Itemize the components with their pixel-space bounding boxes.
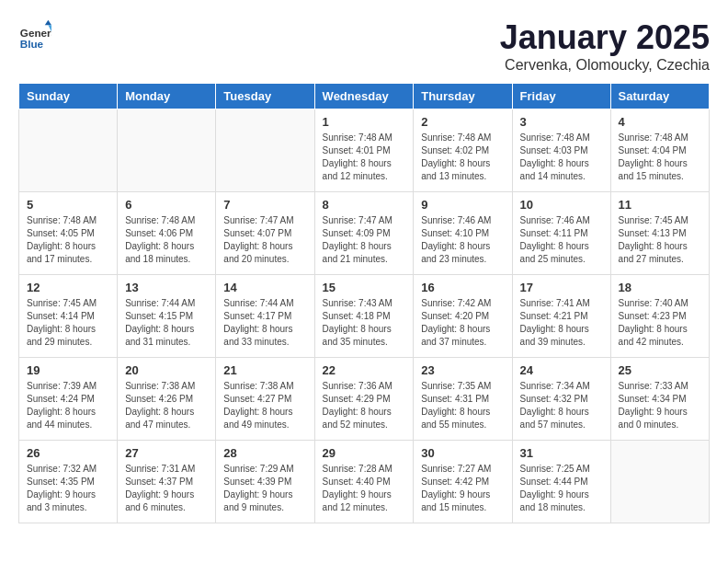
day-info: Sunrise: 7:46 AM Sunset: 4:11 PM Dayligh… (520, 214, 603, 266)
table-row: 11Sunrise: 7:45 AM Sunset: 4:13 PM Dayli… (610, 192, 709, 275)
calendar-week-row: 19Sunrise: 7:39 AM Sunset: 4:24 PM Dayli… (19, 358, 710, 441)
month-title: January 2025 (500, 18, 710, 57)
day-number: 21 (223, 363, 306, 377)
day-number: 1 (323, 115, 406, 129)
col-friday: Friday (512, 84, 610, 109)
day-number: 2 (421, 115, 504, 129)
table-row: 31Sunrise: 7:25 AM Sunset: 4:44 PM Dayli… (512, 441, 610, 523)
table-row: 15Sunrise: 7:43 AM Sunset: 4:18 PM Dayli… (314, 275, 414, 358)
day-info: Sunrise: 7:38 AM Sunset: 4:27 PM Dayligh… (223, 380, 306, 431)
day-number: 18 (619, 281, 701, 294)
day-number: 26 (27, 446, 109, 460)
day-number: 3 (520, 115, 603, 129)
day-number: 23 (421, 363, 504, 377)
day-info: Sunrise: 7:29 AM Sunset: 4:39 PM Dayligh… (223, 463, 306, 514)
day-info: Sunrise: 7:40 AM Sunset: 4:23 PM Dayligh… (619, 297, 701, 349)
day-number: 30 (421, 446, 504, 460)
day-number: 14 (223, 281, 306, 294)
table-row (610, 441, 709, 523)
table-row: 21Sunrise: 7:38 AM Sunset: 4:27 PM Dayli… (216, 358, 314, 441)
svg-text:General: General (20, 27, 51, 39)
table-row: 2Sunrise: 7:48 AM Sunset: 4:02 PM Daylig… (414, 109, 512, 192)
page-header: General Blue January 2025 Cervenka, Olom… (18, 18, 710, 74)
location-subtitle: Cervenka, Olomoucky, Czechia (500, 57, 710, 74)
table-row: 26Sunrise: 7:32 AM Sunset: 4:35 PM Dayli… (19, 441, 118, 523)
table-row (216, 109, 314, 192)
day-info: Sunrise: 7:41 AM Sunset: 4:21 PM Dayligh… (520, 297, 603, 349)
day-number: 9 (421, 198, 504, 212)
col-sunday: Sunday (19, 84, 118, 109)
table-row: 13Sunrise: 7:44 AM Sunset: 4:15 PM Dayli… (118, 275, 216, 358)
day-info: Sunrise: 7:39 AM Sunset: 4:24 PM Dayligh… (27, 380, 109, 431)
title-area: January 2025 Cervenka, Olomoucky, Czechi… (500, 18, 710, 74)
day-info: Sunrise: 7:32 AM Sunset: 4:35 PM Dayligh… (27, 463, 109, 514)
day-number: 16 (421, 281, 504, 294)
day-info: Sunrise: 7:27 AM Sunset: 4:42 PM Dayligh… (421, 463, 504, 514)
day-info: Sunrise: 7:43 AM Sunset: 4:18 PM Dayligh… (323, 297, 406, 349)
day-number: 6 (125, 198, 208, 212)
table-row: 27Sunrise: 7:31 AM Sunset: 4:37 PM Dayli… (118, 441, 216, 523)
day-number: 31 (520, 446, 603, 460)
day-info: Sunrise: 7:31 AM Sunset: 4:37 PM Dayligh… (125, 463, 208, 514)
day-number: 15 (323, 281, 406, 294)
table-row: 29Sunrise: 7:28 AM Sunset: 4:40 PM Dayli… (314, 441, 414, 523)
day-number: 22 (323, 363, 406, 377)
table-row: 22Sunrise: 7:36 AM Sunset: 4:29 PM Dayli… (314, 358, 414, 441)
day-info: Sunrise: 7:48 AM Sunset: 4:01 PM Dayligh… (323, 132, 406, 183)
table-row (118, 109, 216, 192)
table-row (19, 109, 118, 192)
day-info: Sunrise: 7:44 AM Sunset: 4:17 PM Dayligh… (223, 297, 306, 349)
col-saturday: Saturday (610, 84, 709, 109)
calendar-week-row: 1Sunrise: 7:48 AM Sunset: 4:01 PM Daylig… (19, 109, 710, 192)
day-info: Sunrise: 7:38 AM Sunset: 4:26 PM Dayligh… (125, 380, 208, 431)
table-row: 20Sunrise: 7:38 AM Sunset: 4:26 PM Dayli… (118, 358, 216, 441)
day-info: Sunrise: 7:33 AM Sunset: 4:34 PM Dayligh… (619, 380, 701, 431)
day-number: 20 (125, 363, 208, 377)
table-row: 5Sunrise: 7:48 AM Sunset: 4:05 PM Daylig… (19, 192, 118, 275)
svg-text:Blue: Blue (20, 38, 44, 50)
table-row: 14Sunrise: 7:44 AM Sunset: 4:17 PM Dayli… (216, 275, 314, 358)
table-row: 9Sunrise: 7:46 AM Sunset: 4:10 PM Daylig… (414, 192, 512, 275)
day-info: Sunrise: 7:48 AM Sunset: 4:04 PM Dayligh… (619, 132, 701, 183)
day-info: Sunrise: 7:48 AM Sunset: 4:02 PM Dayligh… (421, 132, 504, 183)
day-number: 24 (520, 363, 603, 377)
calendar-header-row: Sunday Monday Tuesday Wednesday Thursday… (19, 84, 710, 109)
table-row: 12Sunrise: 7:45 AM Sunset: 4:14 PM Dayli… (19, 275, 118, 358)
day-number: 7 (223, 198, 306, 212)
day-info: Sunrise: 7:46 AM Sunset: 4:10 PM Dayligh… (421, 214, 504, 266)
table-row: 23Sunrise: 7:35 AM Sunset: 4:31 PM Dayli… (414, 358, 512, 441)
day-number: 4 (619, 115, 701, 129)
day-number: 8 (323, 198, 406, 212)
day-number: 28 (223, 446, 306, 460)
day-number: 12 (27, 281, 109, 294)
col-wednesday: Wednesday (314, 84, 414, 109)
col-monday: Monday (118, 84, 216, 109)
table-row: 8Sunrise: 7:47 AM Sunset: 4:09 PM Daylig… (314, 192, 414, 275)
day-info: Sunrise: 7:25 AM Sunset: 4:44 PM Dayligh… (520, 463, 603, 514)
day-info: Sunrise: 7:47 AM Sunset: 4:07 PM Dayligh… (223, 214, 306, 266)
table-row: 28Sunrise: 7:29 AM Sunset: 4:39 PM Dayli… (216, 441, 314, 523)
day-number: 29 (323, 446, 406, 460)
table-row: 4Sunrise: 7:48 AM Sunset: 4:04 PM Daylig… (610, 109, 709, 192)
day-info: Sunrise: 7:35 AM Sunset: 4:31 PM Dayligh… (421, 380, 504, 431)
day-number: 17 (520, 281, 603, 294)
day-info: Sunrise: 7:42 AM Sunset: 4:20 PM Dayligh… (421, 297, 504, 349)
table-row: 16Sunrise: 7:42 AM Sunset: 4:20 PM Dayli… (414, 275, 512, 358)
table-row: 1Sunrise: 7:48 AM Sunset: 4:01 PM Daylig… (314, 109, 414, 192)
table-row: 3Sunrise: 7:48 AM Sunset: 4:03 PM Daylig… (512, 109, 610, 192)
day-number: 27 (125, 446, 208, 460)
day-info: Sunrise: 7:28 AM Sunset: 4:40 PM Dayligh… (323, 463, 406, 514)
day-info: Sunrise: 7:36 AM Sunset: 4:29 PM Dayligh… (323, 380, 406, 431)
table-row: 18Sunrise: 7:40 AM Sunset: 4:23 PM Dayli… (610, 275, 709, 358)
day-number: 19 (27, 363, 109, 377)
day-info: Sunrise: 7:48 AM Sunset: 4:03 PM Dayligh… (520, 132, 603, 183)
day-info: Sunrise: 7:44 AM Sunset: 4:15 PM Dayligh… (125, 297, 208, 349)
day-info: Sunrise: 7:45 AM Sunset: 4:14 PM Dayligh… (27, 297, 109, 349)
table-row: 19Sunrise: 7:39 AM Sunset: 4:24 PM Dayli… (19, 358, 118, 441)
calendar-table: Sunday Monday Tuesday Wednesday Thursday… (18, 83, 710, 523)
table-row: 30Sunrise: 7:27 AM Sunset: 4:42 PM Dayli… (414, 441, 512, 523)
day-info: Sunrise: 7:48 AM Sunset: 4:05 PM Dayligh… (27, 214, 109, 266)
day-info: Sunrise: 7:47 AM Sunset: 4:09 PM Dayligh… (323, 214, 406, 266)
col-thursday: Thursday (414, 84, 512, 109)
logo-icon: General Blue (18, 18, 51, 52)
